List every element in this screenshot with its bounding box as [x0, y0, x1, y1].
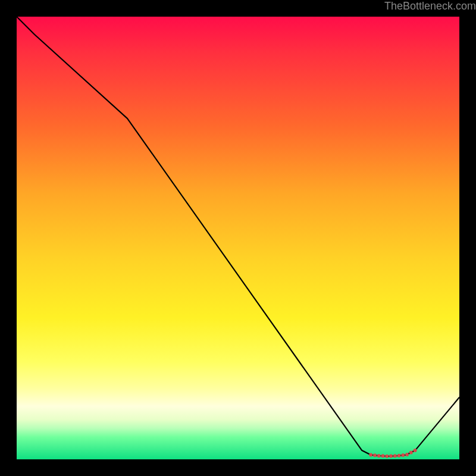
watermark-text: TheBottleneck.com	[384, 0, 476, 12]
chart-gradient-background	[17, 17, 459, 459]
